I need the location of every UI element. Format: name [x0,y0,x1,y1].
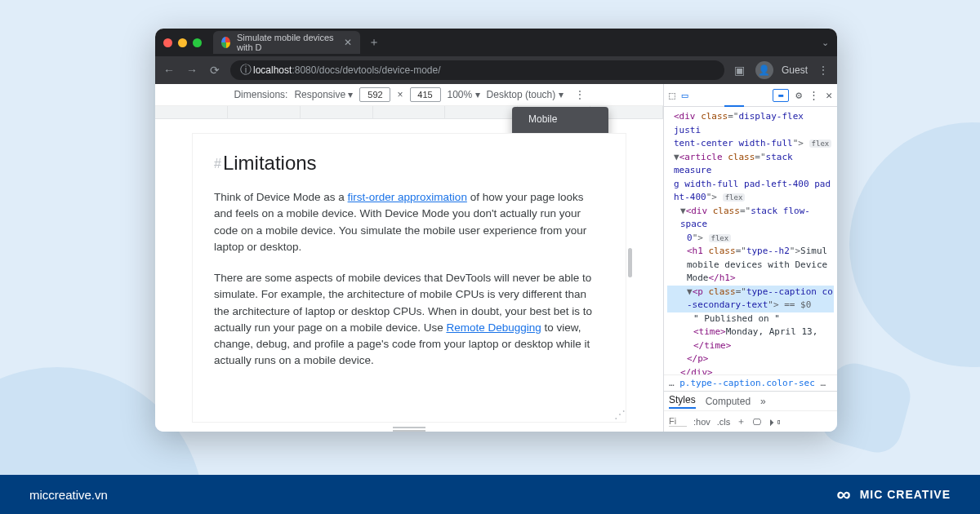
device-toggle-icon[interactable]: ▭ [682,89,688,101]
styles-filter-bar: :hov .cls ＋ 🖵 ⏵▯ [664,410,837,432]
inspect-element-icon[interactable]: ⬚ [669,89,675,101]
tab-computed[interactable]: Computed [706,396,751,407]
menu-item-mobile[interactable]: Mobile [512,110,608,128]
computed-styles-icon[interactable]: 🖵 [752,417,761,427]
back-button[interactable]: ← [162,64,176,77]
browser-tabbar: Simulate mobile devices with D ✕ ＋ ⌄ [155,29,837,56]
settings-icon[interactable]: ⚙ [795,89,802,101]
tabs-dropdown-icon[interactable]: ⌄ [822,38,829,48]
new-tab-button[interactable]: ＋ [368,35,380,50]
styles-tabs: Styles Computed » [664,391,837,410]
url-host: localhost [253,64,292,76]
resize-handle-icon[interactable]: ⋰ [614,410,626,422]
chrome-favicon-icon [221,37,230,48]
paragraph-2: There are some aspects of mobile devices… [214,270,604,370]
page-footer: miccreative.vn ∞ MIC CREATIVE [0,475,980,514]
address-bar[interactable]: ⓘ localhost:8080/docs/devtools/device-mo… [230,60,724,80]
filter-input[interactable] [669,416,687,427]
reload-button[interactable]: ⟳ [207,64,222,77]
device-mode-toolbar: Dimensions: Responsive × 100% Desktop (t… [155,84,663,106]
link-first-order[interactable]: first-order approximation [348,191,467,203]
zoom-dropdown[interactable]: 100% [448,89,480,100]
url-port: :8080 [292,64,316,76]
brand-logo-icon: ∞ [837,483,852,506]
tab-styles[interactable]: Styles [669,394,696,409]
close-window-icon[interactable] [163,38,172,47]
forward-button[interactable]: → [185,64,199,77]
elements-tree[interactable]: <div class="display-flex justi tent-cent… [664,107,837,374]
dimensions-dropdown[interactable]: Responsive [294,89,353,100]
page-heading: #Limitations [214,148,604,178]
url-path: /docs/devtools/device-mode/ [316,64,440,76]
site-info-icon[interactable]: ⓘ [238,63,253,78]
panel-icon[interactable]: ▣ [733,64,747,77]
dimensions-label: Dimensions: [234,89,287,100]
device-type-dropdown[interactable]: Desktop (touch) [487,89,564,100]
breadcrumb[interactable]: … p.type--caption.color-sec … [664,374,837,391]
new-style-rule-icon[interactable]: ＋ [737,415,746,428]
tab-title: Simulate mobile devices with D [237,33,334,52]
browser-menu-icon[interactable]: ⋮ [816,64,831,77]
window-controls[interactable] [163,38,202,47]
device-viewport: #Limitations Think of Device Mode as a f… [193,134,626,422]
browser-window: Simulate mobile devices with D ✕ ＋ ⌄ ← →… [155,29,837,432]
devtools-menu-icon[interactable]: ⋮ [808,89,819,101]
scrollbar-thumb[interactable] [628,248,632,277]
height-input[interactable] [410,87,441,102]
maximize-window-icon[interactable] [193,38,202,47]
width-input[interactable] [359,87,390,102]
page-content: #Limitations Think of Device Mode as a f… [193,134,626,399]
browser-tab[interactable]: Simulate mobile devices with D ✕ [213,31,360,54]
profile-label: Guest [782,64,808,76]
hov-toggle[interactable]: :hov [693,417,710,427]
close-devtools-icon[interactable]: ✕ [826,89,832,101]
profile-avatar-icon[interactable]: 👤 [755,61,773,79]
devtools-panel: ⬚ ▭ ▬ ⚙ ⋮ ✕ <div class="display-flex jus… [664,84,837,432]
tabs-more-icon[interactable]: » [760,396,766,407]
minimize-window-icon[interactable] [178,38,187,47]
breadcrumb-selected[interactable]: p.type--caption.color-sec [679,378,815,388]
device-mode-menu-icon[interactable]: ⋮ [575,89,585,100]
messages-icon[interactable]: ▬ [773,89,789,102]
browser-toolbar: ← → ⟳ ⓘ localhost:8080/docs/devtools/dev… [155,56,837,84]
close-tab-icon[interactable]: ✕ [344,37,352,48]
dimension-separator: × [397,89,403,100]
devtools-toolbar: ⬚ ▭ ▬ ⚙ ⋮ ✕ [664,84,837,107]
toggle-sidebar-icon[interactable]: ⏵▯ [768,417,782,427]
cls-toggle[interactable]: .cls [717,417,731,427]
link-remote-debugging[interactable]: Remote Debugging [446,321,541,334]
footer-brand: ∞ MIC CREATIVE [837,483,951,506]
resize-bar-icon[interactable] [393,427,425,432]
footer-site: miccreative.vn [29,488,108,502]
device-mode-pane: Dimensions: Responsive × 100% Desktop (t… [155,84,664,432]
paragraph-1: Think of Device Mode as a first-order ap… [214,189,604,255]
